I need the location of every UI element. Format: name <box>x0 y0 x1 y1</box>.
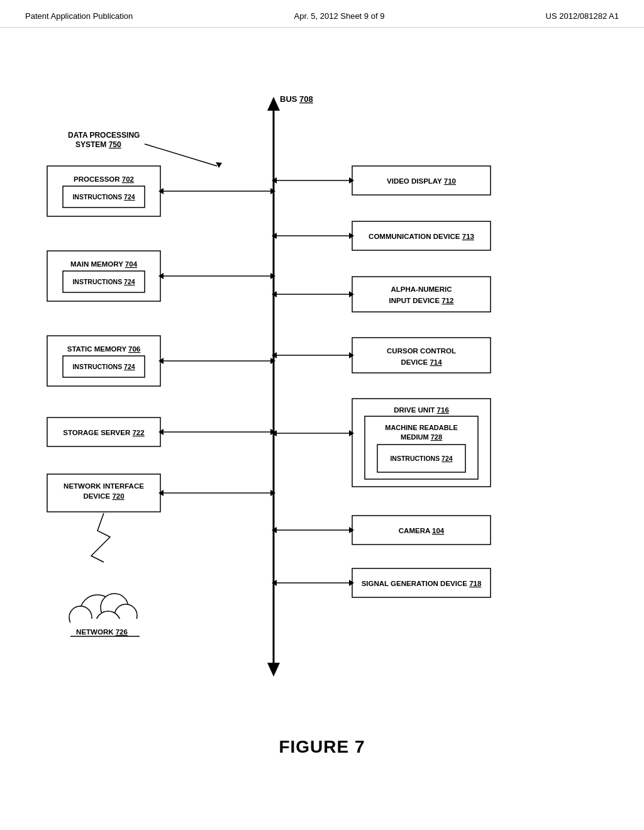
processor-instructions: INSTRUCTIONS 724 <box>72 193 135 201</box>
diagram-svg: BUS 708 DATA PROCESSING SYSTEM 750 PROCE… <box>0 28 644 754</box>
bus-arrow-up <box>267 97 280 111</box>
drive-instructions-label: INSTRUCTIONS 724 <box>390 455 452 462</box>
bus-label: BUS 708 <box>280 94 313 104</box>
main-memory-label: MAIN MEMORY 704 <box>70 260 138 268</box>
main-memory-instructions: INSTRUCTIONS 724 <box>72 278 135 285</box>
network-label: NETWORK 726 <box>76 628 128 636</box>
network-lightning <box>91 513 110 562</box>
storage-server-label: STORAGE SERVER 722 <box>63 429 144 436</box>
system-label2: SYSTEM 750 <box>75 140 121 149</box>
page-header: Patent Application Publication Apr. 5, 2… <box>0 0 644 28</box>
header-left: Patent Application Publication <box>25 11 133 21</box>
system-arrow <box>145 144 217 166</box>
network-interface-label2: DEVICE 720 <box>83 492 124 500</box>
signal-gen-label: SIGNAL GENERATION DEVICE 718 <box>362 580 482 587</box>
cursor-control-box <box>352 338 491 373</box>
header-right: US 2012/081282 A1 <box>546 11 619 21</box>
video-display-label: VIDEO DISPLAY 710 <box>387 177 456 185</box>
alpha-numeric-box <box>352 277 491 312</box>
system-arrowhead <box>216 162 222 168</box>
system-label: DATA PROCESSING <box>68 131 140 140</box>
machine-readable-label: MACHINE READABLE <box>385 424 458 431</box>
figure-caption: FIGURE 7 <box>279 737 365 757</box>
processor-label: PROCESSOR 702 <box>74 175 134 183</box>
alpha-numeric-label2: INPUT DEVICE 712 <box>389 297 454 304</box>
network-interface-label: NETWORK INTERFACE <box>64 482 144 490</box>
static-memory-label: STATIC MEMORY 706 <box>67 345 141 353</box>
drive-unit-label: DRIVE UNIT 716 <box>394 406 449 414</box>
diagram-area: BUS 708 DATA PROCESSING SYSTEM 750 PROCE… <box>0 28 644 770</box>
machine-readable-label2: MEDIUM 728 <box>401 433 442 441</box>
static-memory-instructions: INSTRUCTIONS 724 <box>72 363 135 370</box>
bus-arrow-down <box>267 663 280 677</box>
header-center: Apr. 5, 2012 Sheet 9 of 9 <box>294 11 385 21</box>
cursor-control-label2: DEVICE 714 <box>401 358 442 366</box>
alpha-numeric-label: ALPHA-NUMERIC <box>391 285 452 293</box>
comm-device-label: COMMUNICATION DEVICE 713 <box>369 233 474 240</box>
cursor-control-label: CURSOR CONTROL <box>387 347 456 355</box>
camera-label: CAMERA 104 <box>399 527 445 534</box>
